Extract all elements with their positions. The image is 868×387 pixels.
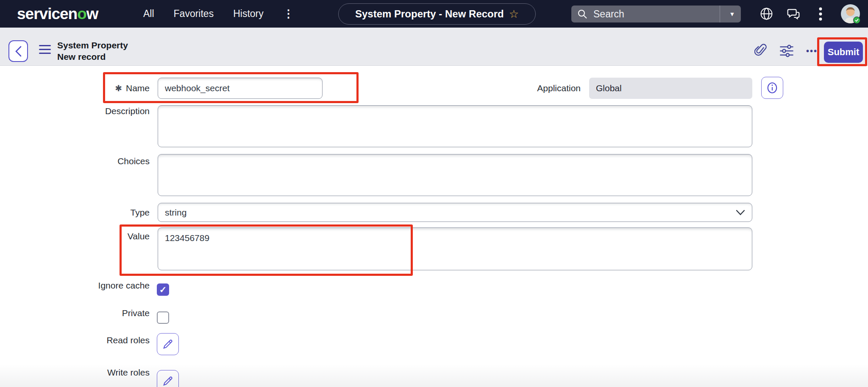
submit-button[interactable]: Submit: [824, 42, 863, 63]
global-search[interactable]: ▼: [571, 6, 741, 22]
value-field-label: Value: [64, 231, 150, 241]
type-select[interactable]: string: [158, 203, 752, 222]
private-field-label: Private: [64, 308, 150, 318]
application-input: Global: [589, 78, 752, 99]
nav-overflow-icon[interactable]: ⋮: [283, 7, 294, 20]
type-field-label: Type: [64, 208, 150, 218]
logo-text-prefix: servicen: [17, 5, 77, 23]
chat-icon[interactable]: [785, 0, 802, 28]
value-textarea[interactable]: 123456789: [158, 227, 752, 270]
personalize-sliders-icon[interactable]: [779, 44, 794, 58]
search-scope-dropdown[interactable]: ▼: [720, 6, 744, 22]
nav-item-favorites[interactable]: Favorites: [174, 8, 214, 20]
top-navigation-bar: servicenow All Favorites History ⋮ Syste…: [0, 0, 868, 28]
chevron-down-icon: ▼: [729, 11, 735, 17]
logo-green-letter: o: [77, 5, 86, 23]
application-info-button[interactable]: [761, 77, 783, 99]
record-title: System Property New record: [57, 39, 128, 62]
back-button[interactable]: [8, 40, 28, 62]
servicenow-logo[interactable]: servicenow: [17, 0, 98, 28]
chevron-down-icon: [736, 210, 745, 216]
form-context-menu-icon[interactable]: [39, 45, 51, 54]
record-title-table: System Property: [57, 39, 128, 51]
favorite-star-icon[interactable]: ☆: [509, 8, 519, 20]
status-online-badge: [853, 17, 860, 24]
required-field-marker: ✱: [115, 84, 122, 93]
search-icon: [577, 9, 587, 19]
private-checkbox[interactable]: [157, 311, 169, 324]
name-field-label: ✱Name: [64, 83, 150, 93]
servicenow-window: servicenow All Favorites History ⋮ Syste…: [0, 0, 868, 387]
form-header-actions: •••: [754, 39, 818, 63]
choices-textarea[interactable]: [158, 154, 752, 196]
ignore-cache-field-label: Ignore cache: [64, 280, 150, 291]
read-roles-field-label: Read roles: [64, 335, 150, 345]
nav-item-all[interactable]: All: [143, 8, 154, 20]
write-roles-edit-button[interactable]: [157, 370, 179, 387]
nav-item-history[interactable]: History: [233, 8, 264, 20]
search-input[interactable]: [593, 8, 720, 20]
top-nav-menu: All Favorites History ⋮: [143, 0, 294, 28]
application-field-label: Application: [487, 83, 581, 93]
choices-field-label: Choices: [64, 156, 150, 166]
ignore-cache-checkbox[interactable]: ✓: [157, 283, 169, 296]
description-field-label: Description: [64, 106, 150, 116]
attachment-paperclip-icon[interactable]: [754, 44, 767, 58]
logo-text-suffix: w: [86, 5, 98, 23]
form-header-bar: [0, 28, 868, 66]
chevron-left-icon: [15, 46, 22, 57]
info-icon: [766, 81, 779, 94]
write-roles-field-label: Write roles: [64, 367, 150, 378]
current-record-tab-label: System Property - New Record: [355, 8, 504, 20]
record-title-name: New record: [57, 51, 128, 62]
user-avatar[interactable]: [841, 4, 860, 23]
read-roles-edit-button[interactable]: [157, 333, 179, 355]
pencil-icon: [162, 338, 174, 350]
more-actions-icon[interactable]: •••: [806, 46, 818, 56]
globe-icon[interactable]: [758, 0, 775, 28]
pencil-icon: [162, 375, 174, 387]
name-input[interactable]: [158, 78, 323, 99]
type-select-value: string: [165, 208, 186, 218]
kebab-menu-icon[interactable]: [812, 0, 829, 28]
check-icon: ✓: [159, 285, 167, 295]
current-record-tab[interactable]: System Property - New Record ☆: [338, 3, 536, 25]
description-textarea[interactable]: [158, 105, 752, 147]
